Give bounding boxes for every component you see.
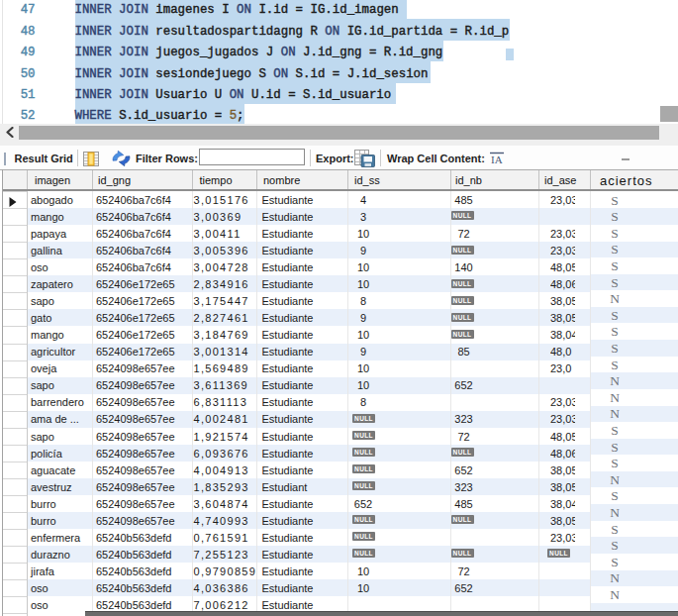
svg-text:IA: IA xyxy=(491,154,503,165)
